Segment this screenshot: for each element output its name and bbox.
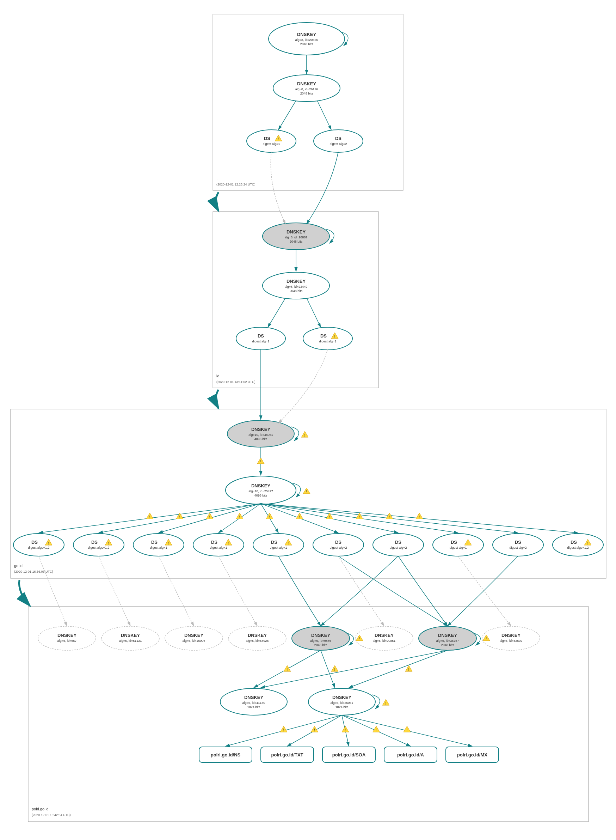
- svg-text:DNSKEY: DNSKEY: [184, 633, 204, 638]
- svg-text:!: !: [150, 515, 151, 519]
- svg-text:digest alg=1: digest alg=1: [210, 546, 227, 549]
- ds-node: DSdigest alg=1!: [133, 534, 184, 556]
- polri-zsk2: DNSKEY alg=5, id=26061 1024 bits: [308, 688, 380, 715]
- svg-text:!: !: [209, 515, 210, 519]
- svg-text:(2020-12-01 12:23:24 UTC): (2020-12-01 12:23:24 UTC): [216, 183, 255, 186]
- svg-text:!: !: [329, 515, 330, 519]
- svg-text:!: !: [359, 515, 360, 519]
- svg-text:DNSKEY: DNSKEY: [248, 633, 267, 638]
- svg-point-73: [373, 534, 424, 556]
- polri-dnskey: DNSKEYalg=5, id=98862048 bits!: [292, 626, 363, 650]
- id-ds2: DS digest alg=1: [303, 327, 352, 350]
- svg-text:digest alg=1: digest alg=1: [270, 546, 287, 549]
- svg-text:(2020-12-01 16:36:06 UTC): (2020-12-01 16:36:06 UTC): [14, 570, 53, 574]
- svg-text:!: !: [288, 541, 289, 545]
- warning-icon: !: [296, 513, 303, 519]
- svg-point-90: [101, 626, 159, 650]
- svg-text:(2020-12-01 16:42:54 UTC): (2020-12-01 16:42:54 UTC): [32, 813, 71, 817]
- polri-dnskey: DNSKEYalg=5, id=54928: [228, 626, 286, 650]
- svg-text:DS: DS: [451, 540, 457, 545]
- svg-text:DS: DS: [91, 540, 98, 545]
- svg-text:alg=5, id=20851: alg=5, id=20851: [373, 639, 396, 643]
- ds-node: DSdigest alg=1!: [193, 534, 244, 556]
- polri-dnskey: DNSKEYalg=5, id=667: [38, 626, 96, 650]
- ds-node: DSdigest alg=2: [493, 534, 543, 556]
- svg-point-80: [493, 534, 543, 556]
- svg-text:DS: DS: [151, 540, 157, 545]
- svg-text:DNSKEY: DNSKEY: [375, 633, 394, 638]
- svg-point-76: [433, 534, 484, 556]
- svg-text:id: id: [216, 374, 220, 378]
- warning-icon: !: [301, 431, 308, 437]
- svg-text:polri.go.id/MX: polri.go.id/MX: [457, 752, 487, 758]
- warning-icon: !: [257, 458, 264, 464]
- svg-point-54: [73, 534, 124, 556]
- polri-dnskey: DNSKEYalg=5, id=51121: [101, 626, 159, 650]
- svg-point-66: [253, 534, 304, 556]
- svg-text:digest alg=2: digest alg=2: [330, 142, 347, 146]
- svg-text:!: !: [239, 515, 241, 519]
- root-ds2: DS digest alg=2: [314, 130, 363, 152]
- id-zsk: DNSKEY alg=8, id=22449 2048 bits: [263, 272, 330, 299]
- svg-text:!: !: [299, 515, 300, 519]
- svg-text:DNSKEY: DNSKEY: [438, 633, 458, 638]
- svg-point-20: [314, 130, 363, 152]
- warning-icon: !: [356, 635, 363, 641]
- ds-node: DSdigest algs=1,2!: [553, 534, 603, 556]
- warning-icon: !: [483, 635, 490, 641]
- svg-text:alg=5, id=51121: alg=5, id=51121: [119, 639, 142, 643]
- svg-point-93: [165, 626, 223, 650]
- svg-text:!: !: [278, 137, 279, 141]
- svg-text:!: !: [345, 728, 346, 732]
- svg-text:alg=10, id=25427: alg=10, id=25427: [248, 490, 273, 493]
- svg-text:DS: DS: [335, 540, 342, 545]
- svg-text:DS: DS: [335, 136, 342, 141]
- polri-dnskey: DNSKEYalg=5, id=16006: [165, 626, 223, 650]
- svg-text:alg=5, id=26061: alg=5, id=26061: [330, 701, 353, 705]
- ds-node: DSdigest alg=1!: [253, 534, 304, 556]
- svg-text:polri.go.id/NS: polri.go.id/NS: [211, 752, 241, 758]
- svg-text:alg=5, id=667: alg=5, id=667: [57, 639, 77, 643]
- ds-node: DSdigest alg=2: [373, 534, 424, 556]
- svg-text:alg=8, id=26116: alg=8, id=26116: [295, 87, 318, 91]
- svg-text:!: !: [468, 541, 469, 545]
- warning-icon: !: [416, 513, 423, 519]
- warning-icon: !: [331, 665, 338, 671]
- svg-text:digest alg=2: digest alg=2: [330, 546, 347, 549]
- svg-text:DS: DS: [395, 540, 401, 545]
- svg-text:alg=5, id=9886: alg=5, id=9886: [310, 639, 331, 643]
- svg-text:(2020-12-01 13:11:02 UTC): (2020-12-01 13:11:02 UTC): [216, 380, 255, 384]
- svg-text:DNSKEY: DNSKEY: [251, 483, 271, 488]
- svg-text:alg=5, id=54928: alg=5, id=54928: [246, 639, 269, 643]
- id-ksk: DNSKEY alg=8, id=26887 2048 bits: [263, 223, 334, 250]
- svg-text:polri.go.id/TXT: polri.go.id/TXT: [271, 752, 304, 758]
- svg-text:2048 bits: 2048 bits: [290, 240, 303, 243]
- svg-text:DS: DS: [515, 540, 521, 545]
- warning-icon: !: [146, 513, 153, 519]
- root-ds1: DS digest alg=1: [247, 130, 296, 152]
- svg-text:DS: DS: [264, 136, 270, 141]
- ds-node: DSdigest alg=1!: [433, 534, 484, 556]
- svg-text:alg=5, id=36757: alg=5, id=36757: [436, 639, 459, 643]
- warning-icon: !: [303, 488, 310, 494]
- polri-dnskey: DNSKEYalg=5, id=32602: [482, 626, 540, 650]
- svg-point-104: [355, 626, 413, 650]
- svg-point-50: [13, 534, 64, 556]
- svg-text:digest alg=2: digest alg=2: [252, 340, 270, 343]
- svg-text:!: !: [334, 668, 336, 671]
- svg-text:!: !: [168, 541, 169, 545]
- svg-text:DS: DS: [271, 540, 277, 545]
- svg-text:!: !: [587, 541, 588, 545]
- svg-point-83: [553, 534, 603, 556]
- rr-node: polri.go.id/SOA: [323, 747, 375, 762]
- svg-text:DNSKEY: DNSKEY: [286, 279, 306, 284]
- goid-zsk: DNSKEY alg=10, id=25427 4096 bits: [226, 476, 301, 504]
- svg-text:2048 bits: 2048 bits: [300, 42, 313, 46]
- svg-text:digest algs=1,2: digest algs=1,2: [28, 546, 50, 549]
- svg-text:polri.go.id: polri.go.id: [32, 807, 48, 811]
- svg-text:4096 bits: 4096 bits: [254, 494, 267, 497]
- svg-text:DNSKEY: DNSKEY: [311, 633, 330, 638]
- svg-text:!: !: [269, 515, 270, 519]
- svg-text:digest alg=1: digest alg=1: [450, 546, 467, 549]
- svg-text:alg=5, id=16006: alg=5, id=16006: [183, 639, 205, 643]
